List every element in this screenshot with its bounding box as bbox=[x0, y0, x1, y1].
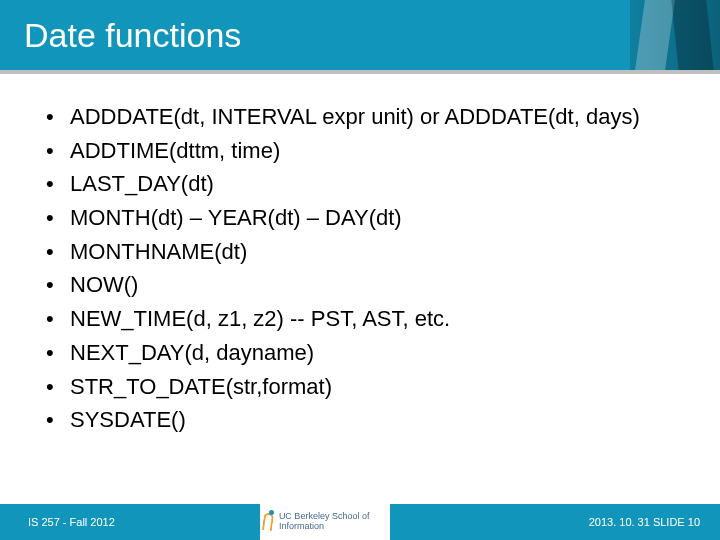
list-item: NEW_TIME(d, z1, z2) -- PST, AST, etc. bbox=[40, 304, 680, 334]
slide-footer: IS 257 - Fall 2012 UC Berkeley School of… bbox=[0, 504, 720, 540]
footer-brand: UC Berkeley School of Information bbox=[260, 504, 390, 540]
brand-text: UC Berkeley School of Information bbox=[279, 512, 390, 532]
list-item-text: ADDTIME(dttm, time) bbox=[70, 138, 280, 163]
list-item-text: NEXT_DAY(d, dayname) bbox=[70, 340, 314, 365]
list-item-text: MONTHNAME(dt) bbox=[70, 239, 247, 264]
list-item: ADDTIME(dttm, time) bbox=[40, 136, 680, 166]
list-item: MONTHNAME(dt) bbox=[40, 237, 680, 267]
list-item: NEXT_DAY(d, dayname) bbox=[40, 338, 680, 368]
list-item-text: NOW() bbox=[70, 272, 138, 297]
list-item-text: STR_TO_DATE(str,format) bbox=[70, 374, 332, 399]
slide: Date functions ADDDATE(dt, INTERVAL expr… bbox=[0, 0, 720, 540]
list-item: STR_TO_DATE(str,format) bbox=[40, 372, 680, 402]
slide-header: Date functions bbox=[0, 0, 720, 70]
slide-number-label: 2013. 10. 31 SLIDE 10 bbox=[589, 516, 700, 528]
list-item-text: ADDDATE(dt, INTERVAL expr unit) or ADDDA… bbox=[70, 104, 640, 129]
list-item-text: SYSDATE() bbox=[70, 407, 186, 432]
list-item: LAST_DAY(dt) bbox=[40, 169, 680, 199]
footer-left: IS 257 - Fall 2012 bbox=[0, 504, 260, 540]
slide-body: ADDDATE(dt, INTERVAL expr unit) or ADDDA… bbox=[0, 74, 720, 504]
footer-right: 2013. 10. 31 SLIDE 10 bbox=[390, 504, 720, 540]
list-item-text: NEW_TIME(d, z1, z2) -- PST, AST, etc. bbox=[70, 306, 450, 331]
slide-title: Date functions bbox=[24, 16, 241, 55]
list-item: SYSDATE() bbox=[40, 405, 680, 435]
list-item: MONTH(dt) – YEAR(dt) – DAY(dt) bbox=[40, 203, 680, 233]
list-item: NOW() bbox=[40, 270, 680, 300]
list-item-text: MONTH(dt) – YEAR(dt) – DAY(dt) bbox=[70, 205, 402, 230]
header-decoration bbox=[630, 0, 720, 70]
course-label: IS 257 - Fall 2012 bbox=[28, 516, 115, 528]
bullet-list: ADDDATE(dt, INTERVAL expr unit) or ADDDA… bbox=[40, 102, 680, 435]
list-item-text: LAST_DAY(dt) bbox=[70, 171, 214, 196]
list-item: ADDDATE(dt, INTERVAL expr unit) or ADDDA… bbox=[40, 102, 680, 132]
ischool-logo-icon bbox=[260, 511, 273, 533]
